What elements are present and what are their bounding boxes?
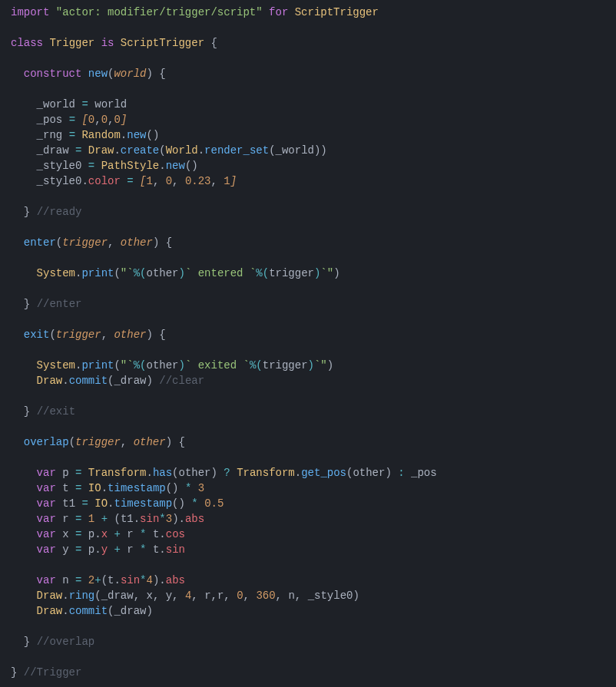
comment: //enter [37,298,82,310]
code-line: var p = Transform.has(other) ? Transform… [11,467,437,479]
identifier: r [62,513,68,525]
code-line: _pos = [0,0,0] [11,114,127,126]
paren: ) [153,236,159,249]
interp: %( [250,359,263,372]
op-eq: = [81,98,88,111]
brace: } [24,298,30,310]
code-line: var t = IO.timestamp() * 3 [11,482,204,494]
interp: %( [134,267,147,279]
code-line: Draw.commit(_draw) [11,605,153,617]
field: _style0 [37,175,82,187]
op-plus: + [114,528,120,540]
identifier: p [88,528,94,540]
dot: . [62,375,68,387]
number: 1 [88,513,94,525]
code-line: enter(trigger, other) { [11,236,172,249]
param-world: world [114,68,146,80]
comment: //Trigger [24,666,82,679]
dot: . [114,574,120,586]
code-line: System.print("`%(other)` entered `%(trig… [11,267,340,279]
op-eq: = [88,160,94,172]
bracket: ] [230,175,237,187]
keyword-for: for [269,6,288,18]
property: abs [166,574,185,586]
identifier: x [146,590,152,602]
comma: , [172,590,185,602]
op-eq: = [75,467,81,479]
identifier: other [146,359,178,372]
paren: ) [179,267,185,279]
op-plus: + [114,543,120,556]
type-name: ScriptTrigger [121,37,204,49]
paren: ) [385,467,391,479]
comma: , [94,114,101,126]
type-name: Transform [237,467,295,479]
paren: ) [146,375,152,387]
comma: , [121,436,134,448]
paren: ( [114,359,120,372]
op-mul: * [191,497,197,510]
op-ternary: ? [224,467,230,479]
identifier: t1 [62,497,75,510]
property: sin [166,543,185,556]
fn-call: commit [69,375,108,387]
code-line: } //Trigger [11,666,81,679]
keyword-is: is [101,37,114,49]
string-literal: "` [121,359,134,372]
dot: . [62,605,68,617]
paren: ) [320,144,326,157]
code-line: import "actor: modifier/trigger/script" … [11,6,379,18]
fn-call: new [127,129,146,141]
keyword-var: var [37,528,56,540]
type-name: IO [88,482,101,494]
paren: ( [114,513,120,525]
paren: ) [327,359,333,372]
interp: %( [134,359,147,372]
type-name: Random [81,129,120,141]
keyword-class: class [11,37,43,49]
identifier: trigger [269,267,314,279]
identifier: _world [276,144,314,157]
identifier: r [127,543,133,556]
fn-call: get_pos [301,467,346,479]
code-line: construct new(world) { [11,68,166,80]
dot: . [295,467,301,479]
type-name: Trigger [49,37,94,49]
paren: ( [172,467,178,479]
paren: ) [146,68,152,80]
type-name: Draw [88,144,114,157]
comma: , [224,590,237,602]
keyword-var: var [37,574,56,586]
fn-call: timestamp [114,497,172,510]
identifier: x [62,528,68,540]
paren: ( [101,574,108,586]
paren: ( [69,436,75,448]
code-editor[interactable]: import "actor: modifier/trigger/script" … [0,0,616,685]
comment: //clear [159,375,204,387]
op-eq: = [75,482,81,494]
identifier: r [127,528,133,540]
brace: } [11,666,17,679]
parens: () [185,160,198,172]
paren: ) [353,590,359,602]
comma: , [172,175,185,187]
dot: . [121,129,127,141]
code-line: var x = p.x + r * t.cos [11,528,185,540]
identifier: y [166,590,172,602]
code-line: exit(trigger, other) { [11,329,166,341]
code-line: var r = 1 + (t1.sin*3).abs [11,513,204,525]
param: other [121,236,153,249]
code-line: var t1 = IO.timestamp() * 0.5 [11,497,224,510]
identifier: t1 [121,513,134,525]
comma: , [108,236,121,249]
dot: . [114,144,120,157]
op-eq: = [75,543,81,556]
op-plus: + [94,574,101,586]
fn-call: create [121,144,159,157]
param: other [134,436,166,448]
paren: ) [211,467,217,479]
identifier: other [353,467,385,479]
op-mul: * [159,513,165,525]
type-name: ScriptTrigger [295,6,379,18]
op-eq: = [69,129,75,141]
